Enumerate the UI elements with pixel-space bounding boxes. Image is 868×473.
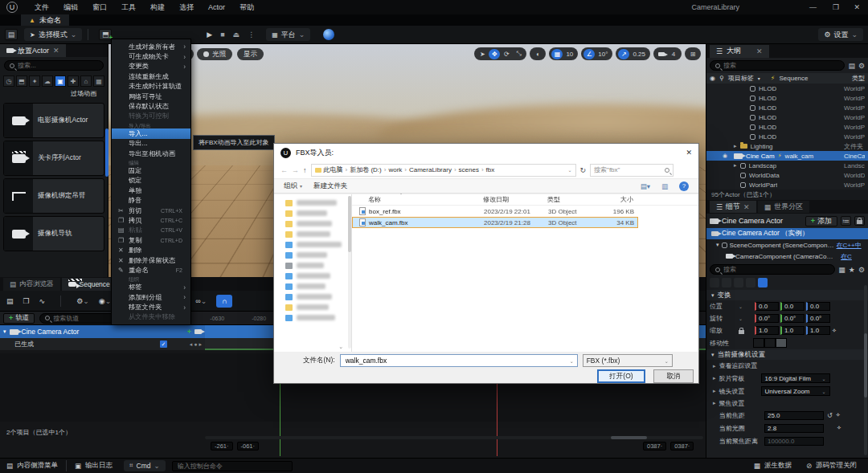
spawned-checkbox[interactable]: ✓ — [160, 340, 167, 348]
filter-pill[interactable] — [758, 278, 768, 287]
refresh-icon[interactable]: ↻ — [580, 166, 587, 174]
col-size[interactable]: 大小 — [593, 195, 633, 204]
scale-snap-icon[interactable]: ↗ — [618, 49, 629, 59]
sequencer-tab[interactable]: Sequence — [62, 278, 117, 291]
quad-view-icon[interactable]: ⊞ — [687, 49, 698, 59]
category-shapes-icon[interactable]: ☁ — [42, 75, 53, 87]
mobility-option[interactable] — [753, 338, 764, 348]
crumb-work[interactable]: work — [388, 166, 402, 173]
details-tab[interactable]: ☰细节✕ — [710, 201, 756, 213]
menu-file[interactable]: 文件 — [27, 2, 56, 13]
track-spawned-row[interactable]: 已生成 ✓ ◂ ● ▸ — [0, 338, 205, 350]
label-column[interactable]: 项目标签 — [728, 74, 754, 83]
keyframe-icon[interactable]: ✧ — [836, 412, 841, 418]
filter-pill[interactable] — [710, 278, 719, 287]
component-scene-row[interactable]: ▾ SceneComponent (SceneComponent) 在C++中 — [706, 239, 868, 251]
scale-lock-icon[interactable] — [739, 330, 744, 334]
close-tab-icon[interactable]: ✕ — [743, 203, 750, 211]
stop-button[interactable]: ■ — [220, 31, 224, 39]
eye-icon[interactable]: ◉ — [723, 153, 727, 159]
tools-wrench-icon[interactable]: ⚙⌄ — [76, 297, 89, 305]
add-section-icon[interactable]: + — [187, 328, 191, 336]
crumb-fbx[interactable]: fbx — [486, 166, 495, 173]
restore-button[interactable]: ❐ — [833, 3, 839, 11]
level-tab-unsaved[interactable]: ▲ 未命名 — [21, 14, 69, 26]
working-range-start-field[interactable]: -061· — [237, 442, 260, 451]
crumb-cameralibrary[interactable]: CameraLibrary — [409, 166, 452, 173]
menu-select[interactable]: 选择 — [172, 2, 201, 13]
quick-add-actor-button[interactable]: ⬒+ — [99, 29, 112, 40]
menu-item[interactable]: ✕ 删除并保留状态 — [112, 255, 190, 265]
details-scrollbar-thumb[interactable] — [864, 333, 867, 398]
combo-caret-icon[interactable]: ⌄ — [570, 358, 574, 364]
menu-tools[interactable]: 工具 — [114, 2, 143, 13]
menu-item[interactable]: 静音 — [112, 195, 190, 205]
place-actor-item[interactable]: 摄像机绑定吊臂 — [3, 178, 104, 214]
new-folder-button[interactable]: 新建文件夹 — [313, 181, 348, 191]
up-icon[interactable]: ↑ — [303, 166, 307, 174]
help-icon[interactable]: ? — [679, 181, 689, 191]
scale-snap-value[interactable]: 0.25 — [630, 49, 648, 59]
menu-item[interactable]: 生成对象所有者 › — [112, 42, 190, 51]
close-tab-icon[interactable]: ✕ — [53, 47, 59, 55]
outliner-row[interactable]: ▸ Landscap Landsc — [706, 161, 868, 170]
curves-icon[interactable]: ∿ — [39, 297, 46, 305]
menu-actor[interactable]: Actor — [201, 3, 232, 11]
open-world-icon[interactable] — [323, 29, 334, 40]
blueprint-edit-icon[interactable]: ≔ — [841, 216, 851, 226]
menu-window[interactable]: 窗口 — [85, 2, 114, 13]
menu-help[interactable]: 帮助 — [232, 2, 261, 13]
menu-item[interactable]: 组织 — [112, 275, 190, 283]
mobility-option[interactable] — [776, 338, 787, 348]
location-dropdown-caret[interactable]: ⌄ — [739, 304, 753, 309]
menu-item[interactable]: 导出至相机动画 — [112, 149, 190, 158]
content-drawer-button[interactable]: 内容侧滑菜单 — [17, 461, 58, 471]
working-range-end-field[interactable]: 0387· — [643, 442, 666, 451]
camera-cut-icon[interactable] — [194, 329, 202, 334]
menu-item[interactable]: 单独 — [112, 186, 190, 195]
playhead-line[interactable] — [280, 384, 280, 456]
grid-snap-icon[interactable]: ▦ — [551, 49, 563, 59]
filter-pill[interactable] — [734, 278, 743, 287]
category-cinematic-icon[interactable]: ▣ — [55, 75, 66, 87]
sidebar-item-redacted[interactable] — [274, 260, 351, 271]
content-drawer-icon[interactable]: ▤ — [6, 462, 13, 470]
forward-icon[interactable]: → — [292, 166, 299, 174]
menu-item[interactable]: 标签 › — [112, 283, 190, 292]
angle-snap-icon[interactable]: ∠ — [583, 49, 595, 59]
minimize-button[interactable]: — — [809, 3, 817, 11]
save-level-icon[interactable]: ▤ — [5, 29, 18, 40]
scale-y-field[interactable]: 1.0 — [780, 326, 805, 335]
outliner-search-input[interactable] — [723, 62, 839, 69]
close-tab-icon[interactable]: ✕ — [756, 47, 763, 55]
sidebar-item-redacted[interactable] — [274, 208, 351, 218]
cpp-link[interactable]: 在C++中 — [837, 241, 862, 250]
lock-details-icon[interactable] — [854, 216, 865, 226]
play-button[interactable]: ▶ — [207, 31, 212, 39]
category-visual-icon[interactable]: ✚ — [68, 75, 79, 87]
category-recent-icon[interactable]: ◷ — [3, 75, 14, 87]
dialog-close-icon[interactable]: ✕ — [686, 149, 692, 157]
col-type[interactable]: 类型 — [547, 195, 560, 204]
place-actor-item[interactable]: 关卡序列Actor — [3, 141, 104, 176]
sidebar-item-redacted[interactable] — [274, 218, 351, 229]
category-lights-icon[interactable]: ✦ — [29, 75, 40, 87]
menu-item[interactable]: 从文件夹中移除 — [112, 312, 190, 322]
filter-pill[interactable] — [746, 278, 755, 287]
outliner-row[interactable]: WorldPart WorldP — [706, 180, 868, 190]
lit-mode-dropdown[interactable]: 光照 — [197, 48, 232, 60]
col-name[interactable]: 名称 — [368, 195, 381, 204]
derived-data-button[interactable]: ▦派生数据 — [754, 461, 792, 471]
save-sequence-icon[interactable]: ▤ — [6, 297, 14, 305]
console-input[interactable] — [178, 463, 287, 470]
filetype-dropdown[interactable]: FBX (*.fbx) ⌄ — [583, 354, 673, 367]
dialog-search-box[interactable]: 搜索"fbx" — [590, 164, 674, 177]
component-root-row[interactable]: Cine Camera Actor （实例） — [706, 228, 868, 239]
organize-dropdown[interactable]: 组织▾ — [284, 181, 302, 191]
sidebar-item-redacted[interactable] — [274, 229, 351, 239]
keyframe-nav-icons[interactable]: ◂ ● ▸ — [190, 341, 202, 348]
component-camera-row[interactable]: CameraComponent (CameraComponent) 在C — [706, 251, 868, 262]
cmd-dropdown[interactable]: ⌗ Cmd⌄ — [124, 460, 166, 471]
dialog-title-bar[interactable]: U FBX导入员: ✕ — [274, 144, 698, 161]
camera-speed-value[interactable]: 4 — [668, 49, 679, 59]
